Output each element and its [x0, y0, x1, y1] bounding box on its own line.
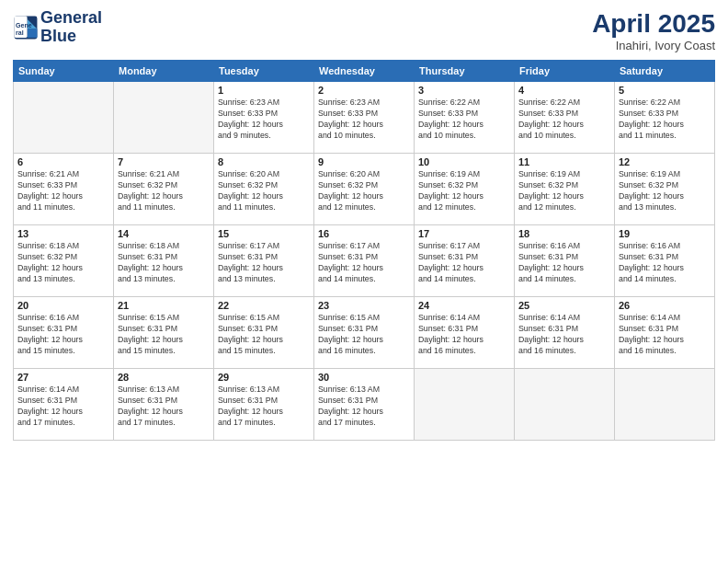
calendar-cell: 8Sunrise: 6:20 AM Sunset: 6:32 PM Daylig… [214, 154, 314, 225]
day-number: 27 [17, 372, 109, 383]
col-tuesday: Tuesday [214, 61, 314, 82]
day-info: Sunrise: 6:16 AM Sunset: 6:31 PM Dayligh… [17, 313, 109, 357]
day-info: Sunrise: 6:15 AM Sunset: 6:31 PM Dayligh… [318, 313, 410, 357]
week-row-3: 13Sunrise: 6:18 AM Sunset: 6:32 PM Dayli… [14, 225, 715, 297]
day-number: 10 [418, 156, 510, 167]
day-number: 29 [218, 372, 310, 383]
calendar-cell: 2Sunrise: 6:23 AM Sunset: 6:33 PM Daylig… [314, 82, 415, 154]
calendar-cell: 28Sunrise: 6:13 AM Sunset: 6:31 PM Dayli… [114, 369, 214, 441]
day-number: 9 [318, 156, 410, 167]
calendar-cell [14, 82, 114, 154]
calendar-cell [415, 369, 515, 441]
day-info: Sunrise: 6:16 AM Sunset: 6:31 PM Dayligh… [518, 241, 610, 285]
day-info: Sunrise: 6:18 AM Sunset: 6:31 PM Dayligh… [118, 241, 210, 285]
day-info: Sunrise: 6:14 AM Sunset: 6:31 PM Dayligh… [17, 385, 109, 429]
calendar-cell: 10Sunrise: 6:19 AM Sunset: 6:32 PM Dayli… [415, 154, 515, 225]
calendar-cell: 3Sunrise: 6:22 AM Sunset: 6:33 PM Daylig… [415, 82, 515, 154]
calendar-cell [515, 369, 615, 441]
day-number: 14 [118, 228, 210, 239]
calendar-cell: 19Sunrise: 6:16 AM Sunset: 6:31 PM Dayli… [615, 225, 715, 297]
col-saturday: Saturday [615, 61, 715, 82]
logo-line2: Blue [40, 28, 102, 46]
calendar-cell: 20Sunrise: 6:16 AM Sunset: 6:31 PM Dayli… [14, 297, 114, 369]
day-number: 26 [619, 300, 711, 311]
day-number: 20 [17, 300, 109, 311]
calendar-cell: 23Sunrise: 6:15 AM Sunset: 6:31 PM Dayli… [314, 297, 415, 369]
calendar-cell: 14Sunrise: 6:18 AM Sunset: 6:31 PM Dayli… [114, 225, 214, 297]
day-info: Sunrise: 6:17 AM Sunset: 6:31 PM Dayligh… [418, 241, 510, 285]
title-block: April 2025 Inahiri, Ivory Coast [592, 9, 715, 52]
day-info: Sunrise: 6:17 AM Sunset: 6:31 PM Dayligh… [218, 241, 310, 285]
day-number: 18 [518, 228, 610, 239]
calendar-cell: 11Sunrise: 6:19 AM Sunset: 6:32 PM Dayli… [515, 154, 615, 225]
day-info: Sunrise: 6:19 AM Sunset: 6:32 PM Dayligh… [418, 169, 510, 213]
day-number: 8 [218, 156, 310, 167]
calendar-cell: 21Sunrise: 6:15 AM Sunset: 6:31 PM Dayli… [114, 297, 214, 369]
logo: Gene ral General Blue [13, 9, 102, 46]
day-info: Sunrise: 6:15 AM Sunset: 6:31 PM Dayligh… [218, 313, 310, 357]
calendar-header-row: Sunday Monday Tuesday Wednesday Thursday… [14, 61, 715, 82]
week-row-5: 27Sunrise: 6:14 AM Sunset: 6:31 PM Dayli… [14, 369, 715, 441]
logo-icon: Gene ral [13, 15, 39, 40]
day-number: 5 [619, 85, 711, 96]
day-info: Sunrise: 6:14 AM Sunset: 6:31 PM Dayligh… [418, 313, 510, 357]
svg-text:ral: ral [16, 29, 24, 36]
svg-marker-2 [28, 29, 38, 37]
calendar-cell: 15Sunrise: 6:17 AM Sunset: 6:31 PM Dayli… [214, 225, 314, 297]
day-info: Sunrise: 6:13 AM Sunset: 6:31 PM Dayligh… [318, 385, 410, 429]
calendar: Sunday Monday Tuesday Wednesday Thursday… [13, 60, 715, 441]
calendar-cell: 24Sunrise: 6:14 AM Sunset: 6:31 PM Dayli… [415, 297, 515, 369]
day-info: Sunrise: 6:17 AM Sunset: 6:31 PM Dayligh… [318, 241, 410, 285]
calendar-cell: 25Sunrise: 6:14 AM Sunset: 6:31 PM Dayli… [515, 297, 615, 369]
day-info: Sunrise: 6:15 AM Sunset: 6:31 PM Dayligh… [118, 313, 210, 357]
calendar-cell: 27Sunrise: 6:14 AM Sunset: 6:31 PM Dayli… [14, 369, 114, 441]
calendar-cell: 12Sunrise: 6:19 AM Sunset: 6:32 PM Dayli… [615, 154, 715, 225]
calendar-cell: 26Sunrise: 6:14 AM Sunset: 6:31 PM Dayli… [615, 297, 715, 369]
day-info: Sunrise: 6:14 AM Sunset: 6:31 PM Dayligh… [619, 313, 711, 357]
day-number: 6 [17, 156, 109, 167]
day-info: Sunrise: 6:21 AM Sunset: 6:33 PM Dayligh… [17, 169, 109, 213]
calendar-cell: 22Sunrise: 6:15 AM Sunset: 6:31 PM Dayli… [214, 297, 314, 369]
calendar-cell: 18Sunrise: 6:16 AM Sunset: 6:31 PM Dayli… [515, 225, 615, 297]
day-info: Sunrise: 6:20 AM Sunset: 6:32 PM Dayligh… [218, 169, 310, 213]
day-info: Sunrise: 6:23 AM Sunset: 6:33 PM Dayligh… [218, 98, 310, 142]
week-row-2: 6Sunrise: 6:21 AM Sunset: 6:33 PM Daylig… [14, 154, 715, 225]
day-number: 19 [619, 228, 711, 239]
day-info: Sunrise: 6:14 AM Sunset: 6:31 PM Dayligh… [518, 313, 610, 357]
day-number: 15 [218, 228, 310, 239]
week-row-1: 1Sunrise: 6:23 AM Sunset: 6:33 PM Daylig… [14, 82, 715, 154]
calendar-cell: 4Sunrise: 6:22 AM Sunset: 6:33 PM Daylig… [515, 82, 615, 154]
header: Gene ral General Blue April 2025 Inahiri… [13, 9, 715, 52]
calendar-cell [615, 369, 715, 441]
day-info: Sunrise: 6:23 AM Sunset: 6:33 PM Dayligh… [318, 98, 410, 142]
day-info: Sunrise: 6:22 AM Sunset: 6:33 PM Dayligh… [518, 98, 610, 142]
day-number: 30 [318, 372, 410, 383]
calendar-cell: 9Sunrise: 6:20 AM Sunset: 6:32 PM Daylig… [314, 154, 415, 225]
day-info: Sunrise: 6:13 AM Sunset: 6:31 PM Dayligh… [218, 385, 310, 429]
location: Inahiri, Ivory Coast [592, 39, 715, 52]
calendar-cell: 30Sunrise: 6:13 AM Sunset: 6:31 PM Dayli… [314, 369, 415, 441]
day-number: 11 [518, 156, 610, 167]
day-number: 28 [118, 372, 210, 383]
calendar-cell: 7Sunrise: 6:21 AM Sunset: 6:32 PM Daylig… [114, 154, 214, 225]
day-info: Sunrise: 6:19 AM Sunset: 6:32 PM Dayligh… [518, 169, 610, 213]
day-number: 23 [318, 300, 410, 311]
col-wednesday: Wednesday [314, 61, 415, 82]
logo-line1: General [40, 9, 102, 28]
day-number: 2 [318, 85, 410, 96]
page: Gene ral General Blue April 2025 Inahiri… [0, 0, 728, 563]
day-number: 25 [518, 300, 610, 311]
day-info: Sunrise: 6:18 AM Sunset: 6:32 PM Dayligh… [17, 241, 109, 285]
calendar-cell: 1Sunrise: 6:23 AM Sunset: 6:33 PM Daylig… [214, 82, 314, 154]
day-number: 17 [418, 228, 510, 239]
day-number: 4 [518, 85, 610, 96]
col-friday: Friday [515, 61, 615, 82]
calendar-cell: 13Sunrise: 6:18 AM Sunset: 6:32 PM Dayli… [14, 225, 114, 297]
calendar-cell: 29Sunrise: 6:13 AM Sunset: 6:31 PM Dayli… [214, 369, 314, 441]
day-number: 22 [218, 300, 310, 311]
day-info: Sunrise: 6:20 AM Sunset: 6:32 PM Dayligh… [318, 169, 410, 213]
day-number: 16 [318, 228, 410, 239]
col-sunday: Sunday [14, 61, 114, 82]
day-info: Sunrise: 6:19 AM Sunset: 6:32 PM Dayligh… [619, 169, 711, 213]
calendar-cell: 6Sunrise: 6:21 AM Sunset: 6:33 PM Daylig… [14, 154, 114, 225]
